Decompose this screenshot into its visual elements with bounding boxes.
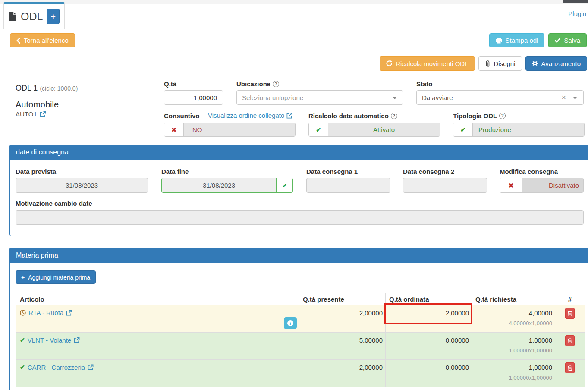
- qty-ordered-cell: 0,00000: [386, 360, 472, 387]
- qty-present-cell: 2,00000: [299, 305, 386, 333]
- trash-icon: [568, 365, 572, 371]
- refresh-icon: [386, 60, 392, 66]
- x-mark-icon: ✖: [500, 178, 522, 192]
- plugin-link[interactable]: Plugin: [568, 10, 586, 17]
- external-link-icon: [40, 111, 46, 117]
- delivery-date1-input[interactable]: [306, 178, 390, 193]
- raw-materials-table: Articolo Q.tà presente Q.tà ordinata Q.t…: [16, 293, 585, 387]
- back-to-list-label: Torna all'elenco: [24, 37, 69, 44]
- expected-date-label: Data prevista: [16, 168, 56, 175]
- help-icon: ?: [273, 81, 279, 87]
- product-code-link[interactable]: AUTO1: [16, 110, 46, 118]
- qty-required-detail: 1,00000x1,00000: [475, 374, 552, 381]
- column-qty-present: Q.tà presente: [299, 293, 386, 305]
- product-name: Automobile: [16, 100, 59, 110]
- date-change-reason-input[interactable]: [16, 210, 584, 225]
- check-icon: ✔: [453, 123, 473, 136]
- table-row: ✔ VLNT - Volante 5,00000 0,00000 1,00000…: [16, 333, 585, 360]
- consuntivo-value: NO: [184, 123, 295, 136]
- check-icon: [555, 38, 560, 43]
- table-row: ✔ CARR - Carrozzeria 2,00000 0,00000 1,0…: [16, 360, 585, 387]
- change-delivery-value: Disattivato: [522, 178, 583, 192]
- qty-required-value: 1,00000: [475, 364, 552, 371]
- qty-required-detail: 4,00000x1,00000: [475, 320, 552, 327]
- chevron-left-icon: [16, 38, 20, 44]
- external-link-icon: [66, 310, 72, 316]
- recalc-movements-label: Ricalcola movimenti ODL: [396, 60, 468, 67]
- delivery-date2-input[interactable]: [403, 178, 487, 193]
- chevron-down-icon: [573, 97, 577, 99]
- qty-input[interactable]: 1,00000: [164, 90, 223, 105]
- save-label: Salva: [564, 37, 580, 44]
- location-select[interactable]: Seleziona un'opzione: [236, 90, 403, 105]
- article-link[interactable]: ✔ VLNT - Volante: [20, 337, 80, 344]
- qty-ordered-cell: 2,00000: [386, 305, 472, 333]
- article-link[interactable]: RTA - Ruota: [20, 309, 72, 316]
- drawings-button[interactable]: Disegni: [478, 56, 522, 71]
- tab-odl[interactable]: ODL +: [3, 2, 65, 29]
- check-icon: ✔: [276, 178, 292, 192]
- date-change-reason-label: Motivazione cambio date: [16, 200, 92, 207]
- delete-row-button[interactable]: [565, 362, 575, 373]
- clear-icon[interactable]: ×: [561, 94, 566, 101]
- save-button[interactable]: Salva: [548, 33, 587, 47]
- odl-detail-page: ODL + Plugin Torna all'elenco Stampa odl…: [0, 0, 588, 390]
- consuntivo-toggle[interactable]: ✖ NO: [164, 123, 296, 137]
- info-icon: i: [287, 320, 293, 326]
- delivery-dates-panel-title: date di consegna: [10, 145, 588, 160]
- column-article: Articolo: [16, 293, 299, 305]
- article-label: VLNT - Volante: [28, 337, 71, 344]
- recalc-dates-toggle[interactable]: ✔ Attivato: [308, 123, 440, 137]
- odl-type-toggle[interactable]: ✔ Produzione: [453, 123, 585, 137]
- drawings-label: Disegni: [494, 60, 516, 67]
- end-date-value: 31/08/2023: [162, 178, 276, 192]
- order-cycle: (ciclo: 1000.0): [40, 85, 78, 92]
- recalc-movements-button[interactable]: Ricalcola movimenti ODL: [380, 56, 475, 71]
- end-date-input[interactable]: 31/08/2023 ✔: [161, 178, 293, 193]
- qty-required-cell: 1,00000 1,00000x1,00000: [472, 360, 555, 387]
- product-code-label: AUTO1: [16, 110, 37, 118]
- expected-date-input[interactable]: 31/08/2023: [16, 178, 148, 193]
- qty-required-cell: 1,00000 1,00000x1,00000: [472, 333, 555, 360]
- location-placeholder: Seleziona un'opzione: [242, 94, 303, 101]
- delete-row-button[interactable]: [565, 335, 575, 346]
- add-raw-material-button[interactable]: + Aggiungi materia prima: [16, 270, 96, 284]
- tab-odl-label: ODL: [21, 10, 43, 23]
- status-select[interactable]: Da avviare ×: [416, 90, 584, 105]
- new-tab-button[interactable]: +: [47, 9, 60, 24]
- article-link[interactable]: ✔ CARR - Carrozzeria: [20, 364, 94, 371]
- status-value: Da avviare: [422, 94, 453, 101]
- location-label: Ubicazione ?: [236, 80, 279, 88]
- info-button[interactable]: i: [284, 317, 297, 329]
- table-row: RTA - Ruota i 2,00000 2,00000 4,00000 4,…: [16, 305, 585, 333]
- delete-row-button[interactable]: [565, 308, 575, 319]
- status-label: Stato: [416, 80, 433, 88]
- back-to-list-button[interactable]: Torna all'elenco: [10, 33, 75, 47]
- progress-button[interactable]: Avanzamento: [525, 56, 587, 71]
- qty-required-value: 1,00000: [475, 337, 552, 344]
- order-number: ODL 1: [16, 84, 38, 92]
- chevron-down-icon: [393, 97, 397, 99]
- help-icon: ?: [391, 113, 397, 119]
- help-icon: ?: [499, 113, 506, 119]
- top-strip: [0, 0, 588, 4]
- linked-order-link[interactable]: Visualizza ordine collegato: [208, 112, 292, 119]
- progress-label: Avanzamento: [541, 60, 581, 67]
- odl-type-label: Tipologia ODL ?: [453, 112, 506, 120]
- trash-icon: [568, 338, 572, 343]
- odl-type-value: Produzione: [473, 123, 584, 136]
- column-qty-ordered: Q.tà ordinata: [386, 293, 472, 305]
- qty-required-cell: 4,00000 4,00000x1,00000: [472, 305, 555, 333]
- change-delivery-toggle[interactable]: ✖ Disattivato: [500, 178, 584, 193]
- qty-label: Q.tà: [164, 80, 176, 88]
- print-odl-button[interactable]: Stampa odl: [489, 33, 545, 47]
- check-icon: ✔: [309, 123, 328, 136]
- gear-icon: [532, 60, 538, 66]
- change-delivery-label: Modifica consegna: [500, 168, 558, 175]
- column-qty-required: Q.tà richiesta: [472, 293, 555, 305]
- paperclip-icon: [485, 60, 491, 67]
- trash-icon: [568, 311, 572, 316]
- file-icon: [9, 12, 17, 22]
- x-mark-icon: ✖: [164, 123, 184, 136]
- printer-icon: [496, 38, 502, 44]
